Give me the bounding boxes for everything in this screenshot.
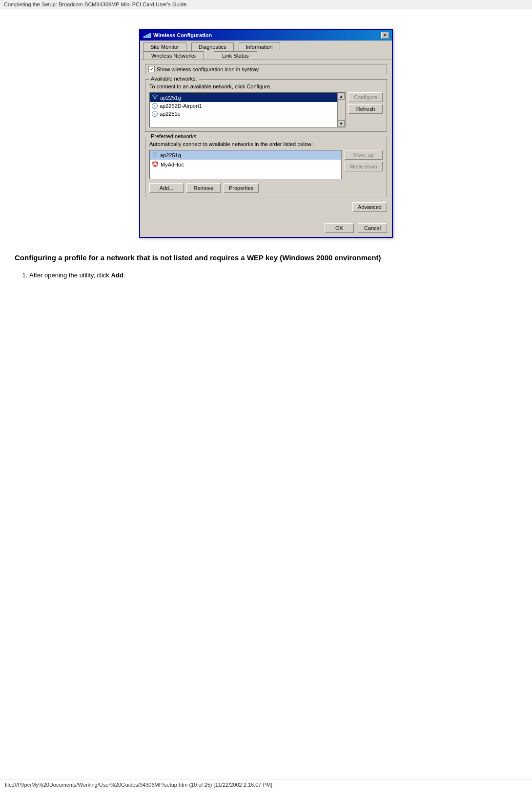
steps-list: After opening the utility, click Add. — [15, 271, 517, 280]
info-icon-1: i — [152, 103, 158, 109]
wireless-config-dialog: Wireless Configuration ✕ Site Monitor Di… — [139, 29, 393, 238]
cancel-button[interactable]: Cancel — [358, 223, 387, 233]
advanced-row: Advanced — [145, 202, 387, 212]
preferred-networks-label: Preferred networks: — [149, 133, 199, 139]
preferred-networks-row: ap2251g — [149, 150, 383, 179]
network-action-buttons: Add... Remove Properties — [149, 183, 383, 193]
dialog-title-text: Wireless Configuration — [153, 32, 212, 38]
remove-button[interactable]: Remove — [186, 183, 221, 193]
configure-button[interactable]: Configure — [348, 92, 383, 102]
wifi-icon-preferred — [152, 151, 158, 159]
preferred-item-myadhoc[interactable]: MyAdHoc — [150, 160, 341, 169]
step-1-text-before: After opening the utility, click — [29, 272, 111, 279]
dialog-close-button[interactable]: ✕ — [381, 32, 389, 39]
preferred-networks-listbox[interactable]: ap2251g — [149, 150, 342, 179]
step-1-text-after: . — [123, 272, 125, 279]
preferred-name-myadhoc: MyAdHoc — [161, 162, 184, 167]
properties-button[interactable]: Properties — [224, 183, 259, 193]
move-up-button[interactable]: Move up — [345, 150, 383, 160]
ok-button[interactable]: OK — [325, 223, 354, 233]
network-item-ap2252d[interactable]: i ap2252D-Airport1 — [150, 102, 337, 110]
dialog-title-bar: Wireless Configuration ✕ — [140, 30, 392, 41]
footer-url: file:///P|/pc/My%20Documents/Working/Use… — [5, 782, 272, 788]
preferred-networks-group: Preferred networks: Automatically connec… — [145, 137, 387, 197]
tabs-row1: Site Monitor Diagnostics Information — [140, 41, 392, 51]
svg-point-0 — [154, 97, 156, 99]
add-button[interactable]: Add... — [149, 183, 184, 193]
move-down-button[interactable]: Move down — [345, 162, 383, 171]
title-bar-left: Wireless Configuration — [143, 31, 212, 39]
available-networks-hint: To connect to an available network, clic… — [149, 84, 383, 89]
tab-site-monitor[interactable]: Site Monitor — [143, 42, 186, 51]
move-buttons: Move up Move down — [345, 150, 383, 171]
checkbox-label: Show wireless configuration icon in syst… — [157, 66, 259, 72]
systray-checkbox[interactable]: ✓ — [148, 66, 155, 72]
network-name-ap2251g: ap2251g — [160, 95, 181, 101]
svg-point-1 — [154, 155, 156, 157]
network-item-ap2251g[interactable]: ap2251g — [150, 93, 337, 102]
preferred-list-col: ap2251g — [149, 150, 342, 179]
page-footer: file:///P|/pc/My%20Documents/Working/Use… — [0, 779, 532, 790]
section-heading: Configuring a profile for a network that… — [15, 252, 517, 263]
step-1: After opening the utility, click Add. — [29, 271, 517, 280]
available-networks-listbox[interactable]: ap2251g i ap2252D-Airport1 i ap2251e — [150, 93, 337, 127]
available-networks-row: ap2251g i ap2252D-Airport1 i ap2251e — [149, 92, 383, 127]
network-item-ap2251e[interactable]: i ap2251e — [150, 110, 337, 118]
network-name-ap2251e: ap2251e — [160, 111, 181, 117]
available-networks-label: Available networks: — [149, 76, 199, 82]
preferred-item-ap2251g[interactable]: ap2251g — [150, 150, 341, 160]
available-network-buttons: Configure Refresh — [348, 92, 383, 114]
signal-icon — [143, 32, 151, 38]
adhoc-icon — [152, 161, 159, 168]
info-icon-2: i — [152, 111, 158, 117]
available-networks-group: Available networks: To connect to an ava… — [145, 79, 387, 132]
scroll-up-arrow[interactable]: ▲ — [338, 93, 345, 100]
dialog-icon — [143, 31, 151, 39]
tabs-row2: Wireless Networks Link Status — [140, 51, 392, 60]
tabs-container: Site Monitor Diagnostics Information Wir… — [140, 41, 392, 60]
dialog-body: ✓ Show wireless configuration icon in sy… — [140, 60, 392, 217]
tab-diagnostics[interactable]: Diagnostics — [191, 42, 234, 51]
browser-title: Completing the Setup: Broadcom BCM94306M… — [0, 0, 532, 9]
step-1-bold: Add — [111, 272, 123, 279]
tab-link-status[interactable]: Link Status — [214, 51, 257, 60]
tab-wireless-networks[interactable]: Wireless Networks — [143, 51, 204, 60]
wifi-icon-1 — [152, 94, 158, 101]
page-content: Wireless Configuration ✕ Site Monitor Di… — [0, 9, 532, 314]
advanced-button[interactable]: Advanced — [352, 202, 387, 212]
checkbox-row[interactable]: ✓ Show wireless configuration icon in sy… — [145, 64, 387, 74]
refresh-button[interactable]: Refresh — [348, 104, 383, 114]
dialog-footer: OK Cancel — [140, 219, 392, 237]
dialog-screenshot: Wireless Configuration ✕ Site Monitor Di… — [15, 29, 517, 238]
tab-information[interactable]: Information — [239, 42, 280, 51]
preferred-networks-hint: Automatically connect to available netwo… — [149, 141, 383, 147]
preferred-name-ap2251g: ap2251g — [160, 152, 181, 158]
network-name-ap2252d: ap2252D-Airport1 — [160, 103, 202, 109]
scroll-down-arrow[interactable]: ▼ — [338, 120, 345, 127]
